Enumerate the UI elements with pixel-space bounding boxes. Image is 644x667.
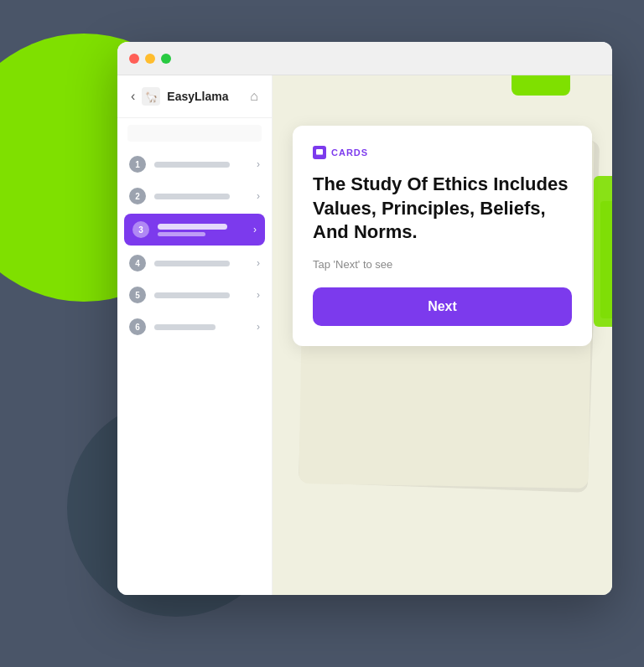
- title-bar: [117, 42, 612, 75]
- green-top-accent: [512, 75, 570, 96]
- sidebar-item-2[interactable]: 2 ›: [117, 180, 272, 212]
- item-number-4: 4: [129, 255, 146, 271]
- sidebar-item-1[interactable]: 1 ›: [117, 148, 272, 180]
- sidebar-item-5[interactable]: 5 ›: [117, 279, 272, 311]
- item-content-3: [158, 224, 245, 236]
- minimize-button-dot[interactable]: [145, 54, 155, 64]
- svg-rect-3: [316, 152, 323, 155]
- section-divider: [127, 125, 262, 142]
- item-line-main-1: [154, 162, 230, 168]
- item-line-main-6: [154, 324, 216, 330]
- item-content-1: [154, 162, 248, 168]
- chevron-icon-3: ›: [253, 224, 257, 235]
- item-number-5: 5: [129, 287, 146, 303]
- chevron-icon-1: ›: [257, 158, 260, 170]
- back-button[interactable]: ‹: [131, 89, 135, 104]
- item-number-6: 6: [129, 318, 146, 335]
- right-green-accent: [594, 176, 612, 327]
- item-line-main-3: [158, 224, 227, 230]
- sidebar-item-6[interactable]: 6 ›: [117, 311, 272, 343]
- item-content-5: [154, 292, 248, 298]
- sidebar-header-left: ‹ 🦙 EasyLlama: [131, 87, 229, 106]
- item-number-2: 2: [129, 188, 146, 204]
- item-number-1: 1: [129, 156, 146, 173]
- card-label: CARDS: [331, 147, 368, 158]
- browser-window: ‹ 🦙 EasyLlama ⌂ 1: [117, 42, 612, 595]
- sidebar-item-3[interactable]: 3 ›: [124, 214, 265, 246]
- right-panel: CARDS The Study Of Ethics Includes Value…: [273, 75, 612, 595]
- close-button-dot[interactable]: [129, 54, 139, 64]
- flash-card: CARDS The Study Of Ethics Includes Value…: [293, 126, 592, 346]
- brand-name: EasyLlama: [167, 90, 228, 103]
- item-line-main-2: [154, 194, 230, 199]
- sidebar: ‹ 🦙 EasyLlama ⌂ 1: [117, 75, 273, 595]
- chevron-icon-5: ›: [257, 289, 260, 301]
- item-line-main-5: [154, 292, 230, 298]
- item-content-4: [154, 261, 248, 266]
- sidebar-header: ‹ 🦙 EasyLlama ⌂: [117, 75, 272, 118]
- logo-icon: 🦙: [142, 87, 160, 106]
- chevron-icon-4: ›: [257, 257, 260, 269]
- home-icon[interactable]: ⌂: [250, 89, 258, 104]
- card-instruction: Tap 'Next' to see: [313, 258, 572, 271]
- item-number-3: 3: [132, 221, 149, 238]
- item-line-sub-3: [158, 232, 205, 236]
- card-title: The Study Of Ethics Includes Values, Pri…: [313, 173, 572, 245]
- chevron-icon-6: ›: [257, 321, 260, 333]
- svg-text:🦙: 🦙: [145, 90, 158, 103]
- next-button[interactable]: Next: [313, 287, 572, 326]
- item-line-main-4: [154, 261, 230, 266]
- cards-icon: [313, 146, 326, 159]
- sidebar-item-4[interactable]: 4 ›: [117, 247, 272, 279]
- item-content-2: [154, 194, 248, 199]
- sidebar-items: 1 › 2 › 3: [117, 145, 272, 346]
- chevron-icon-2: ›: [257, 190, 260, 202]
- item-content-6: [154, 324, 248, 330]
- card-label-row: CARDS: [313, 146, 572, 159]
- app-content: ‹ 🦙 EasyLlama ⌂ 1: [117, 75, 612, 595]
- maximize-button-dot[interactable]: [161, 54, 171, 64]
